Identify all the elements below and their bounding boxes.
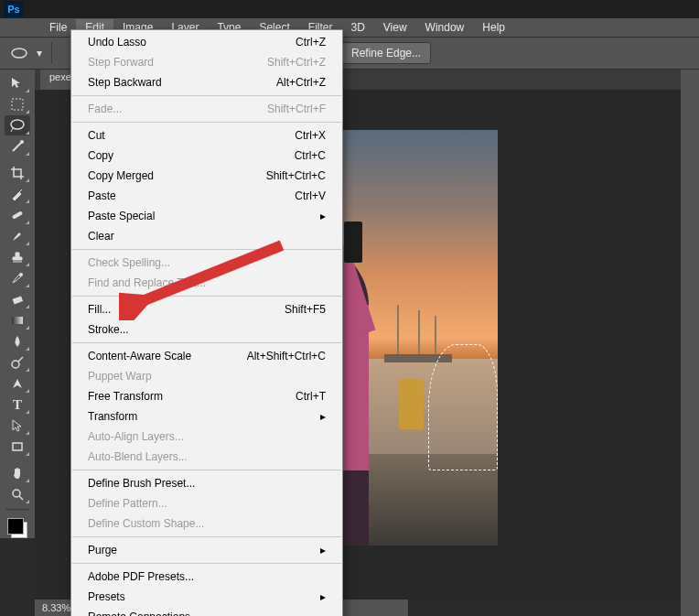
- menu-item-paste-special[interactable]: Paste Special▸: [71, 206, 342, 226]
- svg-point-5: [19, 273, 23, 276]
- svg-rect-9: [13, 443, 22, 450]
- refine-edge-button[interactable]: Refine Edge...: [341, 42, 431, 64]
- tools-panel: T: [0, 70, 35, 538]
- right-panel-collapsed[interactable]: [681, 70, 699, 616]
- svg-point-10: [13, 490, 20, 497]
- menu-item-undo-lasso[interactable]: Undo LassoCtrl+Z: [71, 32, 342, 52]
- menu-item-paste[interactable]: PasteCtrl+V: [71, 186, 342, 206]
- quick-select-tool[interactable]: [5, 136, 30, 157]
- menu-view[interactable]: View: [374, 19, 416, 36]
- eraser-tool[interactable]: [5, 289, 30, 309]
- svg-rect-1: [12, 99, 23, 110]
- crop-tool[interactable]: [5, 163, 30, 183]
- menu-item-fade: Fade...Shift+Ctrl+F: [71, 99, 342, 119]
- menu-separator: [72, 95, 341, 96]
- menu-item-adobe-pdf-presets[interactable]: Adobe PDF Presets...: [71, 567, 342, 587]
- menu-item-define-pattern: Define Pattern...: [71, 493, 342, 513]
- eyedropper-tool[interactable]: [5, 184, 30, 204]
- menu-item-define-custom-shape: Define Custom Shape...: [71, 513, 342, 534]
- menu-separator: [72, 470, 341, 470]
- menu-separator: [72, 122, 341, 123]
- menu-item-auto-blend-layers: Auto-Blend Layers...: [71, 447, 342, 467]
- path-select-tool[interactable]: [5, 416, 30, 436]
- hand-tool[interactable]: [5, 463, 30, 483]
- menu-item-puppet-warp: Puppet Warp: [71, 366, 342, 386]
- menu-separator: [72, 249, 341, 250]
- type-tool[interactable]: T: [5, 394, 30, 415]
- marquee-tool[interactable]: [5, 94, 30, 114]
- svg-rect-7: [12, 317, 23, 324]
- menu-item-copy-merged[interactable]: Copy MergedShift+Ctrl+C: [71, 166, 342, 186]
- lasso-tool[interactable]: [5, 115, 30, 135]
- menu-separator: [72, 536, 341, 537]
- menu-item-copy[interactable]: CopyCtrl+C: [71, 146, 342, 166]
- color-swatch[interactable]: [7, 518, 27, 538]
- menu-item-cut[interactable]: CutCtrl+X: [71, 125, 342, 146]
- menu-item-check-spelling: Check Spelling...: [71, 253, 342, 273]
- pen-tool[interactable]: [5, 373, 30, 394]
- lasso-옵션-icon[interactable]: [7, 41, 31, 65]
- edit-menu-dropdown: Undo LassoCtrl+ZStep ForwardShift+Ctrl+Z…: [70, 29, 343, 616]
- menu-item-fill[interactable]: Fill...Shift+F5: [71, 299, 342, 319]
- menu-item-find-and-replace-text: Find and Replace Text...: [71, 273, 342, 293]
- menu-item-define-brush-preset[interactable]: Define Brush Preset...: [71, 473, 342, 493]
- menu-item-clear[interactable]: Clear: [71, 226, 342, 246]
- app-logo: Ps: [4, 1, 24, 17]
- history-brush-tool[interactable]: [5, 268, 30, 288]
- menu-item-transform[interactable]: Transform▸: [71, 406, 342, 427]
- menu-window[interactable]: Window: [416, 19, 474, 36]
- svg-point-8: [12, 361, 19, 368]
- dodge-tool[interactable]: [5, 352, 30, 373]
- svg-point-0: [12, 49, 27, 58]
- menu-item-stroke[interactable]: Stroke...: [71, 319, 342, 340]
- menu-separator: [72, 563, 341, 564]
- gradient-tool[interactable]: [5, 310, 30, 330]
- menu-separator: [72, 296, 341, 297]
- svg-point-2: [11, 120, 24, 129]
- blur-tool[interactable]: [5, 331, 30, 351]
- zoom-level[interactable]: 8.33%: [42, 602, 70, 613]
- menu-item-content-aware-scale[interactable]: Content-Aware ScaleAlt+Shift+Ctrl+C: [71, 346, 342, 366]
- svg-point-3: [20, 140, 24, 144]
- title-bar: Ps: [0, 0, 699, 18]
- menu-item-step-forward: Step ForwardShift+Ctrl+Z: [71, 52, 342, 72]
- healing-tool[interactable]: [5, 205, 30, 225]
- menu-item-remote-connections[interactable]: Remote Connections...: [71, 607, 342, 616]
- svg-rect-6: [13, 296, 23, 304]
- menu-3d[interactable]: 3D: [341, 19, 373, 36]
- menu-item-free-transform[interactable]: Free TransformCtrl+T: [71, 386, 342, 406]
- stamp-tool[interactable]: [5, 247, 30, 267]
- menu-item-auto-align-layers: Auto-Align Layers...: [71, 427, 342, 447]
- selection-marquee: [428, 344, 498, 470]
- move-tool[interactable]: [5, 73, 30, 93]
- shape-tool[interactable]: [5, 437, 30, 457]
- svg-rect-4: [12, 211, 23, 219]
- menu-help[interactable]: Help: [473, 19, 514, 36]
- zoom-tool[interactable]: [5, 484, 30, 504]
- menu-item-presets[interactable]: Presets▸: [71, 587, 342, 607]
- menu-separator: [72, 342, 341, 343]
- menu-item-step-backward[interactable]: Step BackwardAlt+Ctrl+Z: [71, 72, 342, 92]
- brush-tool[interactable]: [5, 226, 30, 246]
- menu-item-purge[interactable]: Purge▸: [71, 540, 342, 560]
